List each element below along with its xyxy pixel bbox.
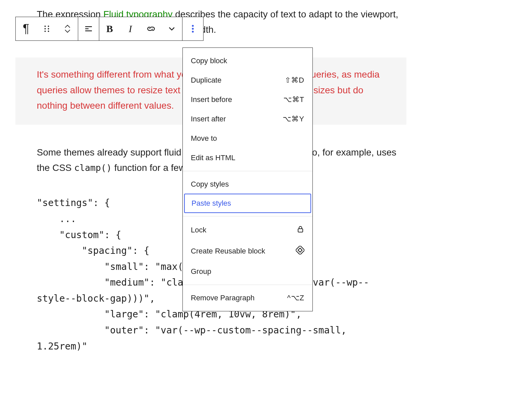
align-button[interactable] — [78, 17, 99, 40]
link-icon — [146, 24, 156, 34]
link-button[interactable] — [141, 17, 161, 40]
drag-handle-icon — [42, 24, 52, 34]
italic-button[interactable]: I — [120, 17, 141, 40]
menu-label: Insert before — [191, 95, 232, 104]
block-type-button[interactable]: ¶ — [16, 17, 36, 40]
svg-rect-14 — [298, 248, 302, 252]
block-toolbar: ¶ B I — [15, 17, 204, 41]
italic-icon: I — [129, 23, 132, 34]
more-vertical-icon — [188, 24, 198, 34]
svg-point-5 — [48, 31, 49, 32]
bold-icon: B — [106, 23, 113, 34]
svg-point-2 — [44, 28, 46, 29]
align-icon — [84, 24, 94, 34]
menu-label: Paste styles — [191, 199, 231, 208]
shortcut: ⇧⌘D — [285, 76, 304, 85]
svg-point-10 — [192, 28, 194, 30]
menu-paste-styles[interactable]: Paste styles — [184, 194, 311, 213]
svg-point-0 — [44, 26, 46, 27]
svg-point-4 — [44, 31, 46, 32]
more-rich-text-button[interactable] — [161, 17, 182, 40]
menu-copy-block[interactable]: Copy block — [183, 51, 312, 71]
shortcut: ⌥⌘Y — [283, 115, 304, 123]
menu-label: Lock — [191, 226, 206, 234]
chevron-down-icon — [167, 24, 177, 34]
block-options-menu: Copy block Duplicate⇧⌘D Insert before⌥⌘T… — [182, 47, 313, 311]
options-button[interactable] — [182, 17, 203, 40]
menu-label: Create Reusable block — [191, 247, 265, 256]
menu-label: Edit as HTML — [191, 154, 235, 162]
menu-label: Copy block — [191, 57, 227, 65]
menu-label: Duplicate — [191, 76, 222, 85]
menu-edit-as-html[interactable]: Edit as HTML — [183, 148, 312, 168]
menu-group[interactable]: Group — [183, 262, 312, 281]
move-up-down-buttons[interactable] — [57, 17, 78, 40]
menu-move-to[interactable]: Move to — [183, 129, 312, 148]
svg-point-1 — [48, 26, 49, 27]
menu-label: Remove Paragraph — [191, 294, 255, 302]
paragraph-icon: ¶ — [23, 23, 29, 35]
shortcut: ⌥⌘T — [283, 95, 304, 104]
reusable-block-icon — [296, 246, 304, 257]
svg-rect-13 — [296, 246, 304, 254]
menu-insert-after[interactable]: Insert after⌥⌘Y — [183, 109, 312, 129]
inline-code: clamp() — [74, 163, 112, 173]
bold-button[interactable]: B — [99, 17, 120, 40]
menu-remove-paragraph[interactable]: Remove Paragraph^⌥Z — [183, 288, 312, 308]
menu-duplicate[interactable]: Duplicate⇧⌘D — [183, 71, 312, 90]
chevron-down-icon — [64, 29, 71, 33]
menu-lock[interactable]: Lock — [183, 220, 312, 240]
svg-point-3 — [48, 28, 49, 29]
menu-label: Move to — [191, 134, 217, 143]
menu-label: Copy styles — [191, 180, 229, 189]
menu-insert-before[interactable]: Insert before⌥⌘T — [183, 90, 312, 109]
menu-create-reusable-block[interactable]: Create Reusable block — [183, 240, 312, 262]
shortcut: ^⌥Z — [287, 294, 304, 302]
svg-point-11 — [192, 31, 194, 33]
lock-icon — [296, 225, 304, 235]
menu-label: Group — [191, 267, 211, 276]
chevron-up-icon — [64, 24, 71, 29]
editor-canvas: The expression Fluid typography describe… — [0, 0, 532, 408]
svg-rect-12 — [298, 229, 303, 232]
drag-handle-button[interactable] — [36, 17, 57, 40]
svg-point-9 — [192, 25, 194, 27]
menu-copy-styles[interactable]: Copy styles — [183, 175, 312, 194]
menu-label: Insert after — [191, 115, 226, 123]
